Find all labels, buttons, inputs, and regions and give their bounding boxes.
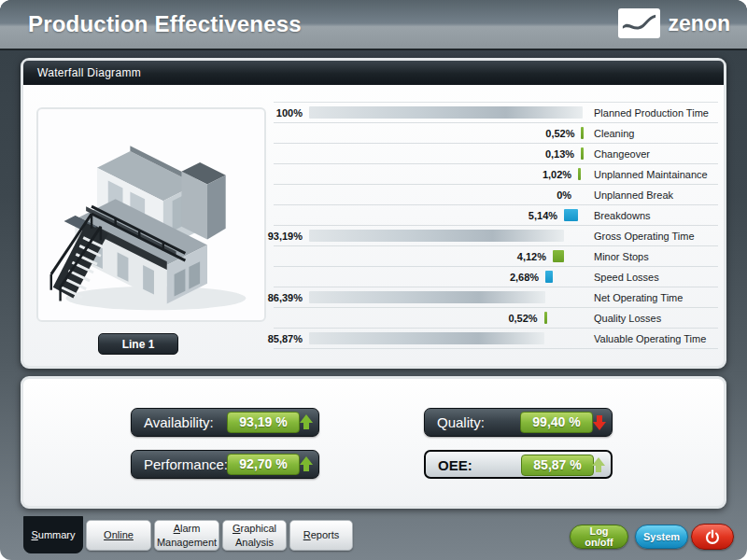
- row-value: 0,52%: [508, 313, 537, 324]
- waterfall-row: 85,87% Valuable Operating Time: [274, 329, 718, 349]
- tab-summary[interactable]: Summary: [23, 516, 83, 553]
- row-bar: [309, 106, 583, 119]
- waterfall-row: 1,02% Unplanned Maintainance: [274, 164, 718, 185]
- brand-name: zenon: [669, 11, 730, 36]
- trend-up-icon: [299, 456, 314, 472]
- line-1-button[interactable]: Line 1: [98, 333, 178, 355]
- page-title: Production Effectiveness: [28, 11, 302, 37]
- production-line-illustration: [36, 107, 266, 322]
- kpi-panel: Availability: 93,19 % Performance: 92,70…: [21, 376, 726, 509]
- kpi-label: OEE:: [438, 452, 472, 479]
- trend-up-icon: [299, 414, 314, 430]
- row-label: Unplanned Break: [594, 189, 673, 201]
- tab-online[interactable]: Online: [86, 520, 151, 551]
- row-value: 4,12%: [517, 251, 546, 262]
- row-bar: [544, 312, 547, 324]
- kpi-badge: Performance: 92,70 %: [131, 450, 319, 479]
- tab-alarm-management[interactable]: AlarmManagement: [154, 520, 219, 551]
- waterfall-row: 0,13% Changeover: [274, 144, 718, 164]
- row-label: Planned Production Time: [594, 107, 709, 119]
- waterfall-row: 0,52% Cleaning: [274, 123, 718, 144]
- row-label: Gross Operating Time: [594, 231, 695, 242]
- kpi-value: 92,70 %: [227, 454, 300, 475]
- row-bar: [553, 250, 564, 262]
- row-value: 93,19%: [268, 231, 303, 242]
- tab-reports[interactable]: Reports: [289, 520, 353, 551]
- tab-graphical-analysis[interactable]: GraphicalAnalysis: [222, 520, 287, 551]
- kpi-badge: Quality: 99,40 %: [424, 408, 613, 437]
- waterfall-row: 5,14% Breakdowns: [274, 205, 718, 226]
- row-value: 0,13%: [545, 148, 574, 160]
- row-bar: [309, 230, 564, 242]
- kpi-badge: Availability: 93,19 %: [131, 408, 319, 437]
- kpi-value: 93,19 %: [227, 412, 300, 433]
- row-label: Quality Losses: [594, 313, 661, 324]
- row-bar: [581, 147, 584, 160]
- row-label: Speed Losses: [594, 272, 659, 283]
- row-label: Minor Stops: [594, 251, 649, 262]
- log-on-off-button[interactable]: Log on/off: [570, 525, 628, 549]
- row-bar: [564, 209, 578, 221]
- row-label: Breakdowns: [594, 210, 651, 221]
- waterfall-row: 100% Planned Production Time: [274, 103, 718, 123]
- waterfall-row: 0,52% Quality Losses: [274, 308, 718, 329]
- row-label: Changeover: [594, 148, 650, 160]
- system-button[interactable]: System: [635, 525, 688, 549]
- kpi-label: Availability:: [144, 409, 214, 436]
- waterfall-panel-title: Waterfall Diagramm: [23, 61, 724, 85]
- zenon-brand: zenon: [618, 8, 730, 38]
- kpi-label: Quality:: [437, 409, 485, 436]
- row-bar: [309, 332, 544, 344]
- row-bar: [581, 127, 584, 139]
- row-label: Unplanned Maintainance: [594, 169, 708, 180]
- row-value: 2,68%: [510, 272, 539, 283]
- waterfall-chart: 100% Planned Production Time 0,52% Clean…: [274, 102, 718, 350]
- waterfall-panel-body: Line 1 100% Planned Production Time 0,52…: [23, 85, 724, 366]
- row-value: 85,87%: [268, 333, 303, 344]
- waterfall-row: 93,19% Gross Operating Time: [274, 226, 718, 246]
- row-label: Cleaning: [594, 128, 634, 139]
- row-value: 5,14%: [529, 210, 557, 221]
- kpi-label: Performance:: [144, 451, 228, 478]
- row-bar: [578, 168, 581, 180]
- row-label: Net Operating Time: [594, 292, 683, 303]
- dashboard-screen: Production Effectiveness zenon Waterfall…: [0, 0, 747, 560]
- waterfall-row: 2,68% Speed Losses: [274, 267, 718, 287]
- zenon-logo-icon: [618, 8, 660, 38]
- waterfall-row: 86,39% Net Operating Time: [274, 287, 718, 308]
- factory-isometric-icon: [38, 109, 264, 320]
- waterfall-panel: Waterfall Diagramm: [21, 58, 726, 369]
- waterfall-row: 4,12% Minor Stops: [274, 246, 718, 267]
- row-label: Valuable Operating Time: [594, 333, 706, 344]
- row-bar: [545, 271, 553, 283]
- row-bar: [309, 291, 545, 303]
- row-value: 0%: [557, 189, 571, 201]
- power-button[interactable]: [691, 524, 734, 550]
- kpi-value: 99,40 %: [520, 412, 593, 433]
- kpi-value: 85,87 %: [521, 455, 594, 476]
- row-value: 0,52%: [545, 128, 574, 139]
- row-value: 86,39%: [268, 292, 303, 303]
- row-value: 100%: [276, 107, 303, 119]
- trend-up-icon: [591, 457, 606, 473]
- app-header: Production Effectiveness zenon: [0, 0, 747, 50]
- kpi-badge: OEE: 85,87 %: [424, 450, 613, 479]
- power-icon: [702, 526, 723, 547]
- trend-down-icon: [592, 414, 607, 430]
- row-value: 1,02%: [543, 169, 571, 180]
- waterfall-row: 0% Unplanned Break: [274, 185, 718, 205]
